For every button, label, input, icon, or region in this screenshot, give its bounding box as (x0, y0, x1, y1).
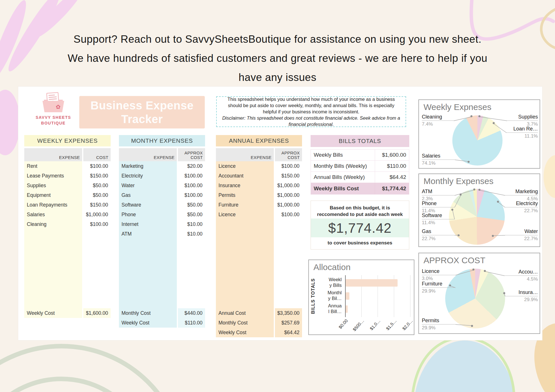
weekly-table-title: WEEKLY EXPENSES (24, 135, 111, 146)
pie-label-loan-repayments: Loan Re…11.1% (507, 126, 538, 139)
pie-label-marketing: Marketing4.5% (505, 188, 538, 202)
support-line-1: Support? Reach out to SavvySheetsBoutiqu… (0, 30, 555, 49)
table-row: Electricity$100.00 (119, 171, 205, 181)
green-arc-decoration (413, 338, 514, 392)
support-banner: Support? Reach out to SavvySheetsBoutiqu… (0, 30, 555, 87)
monthly-expenses-pie-chart: Monthly Expenses ATM2.3% Phone11.4% Soft… (418, 173, 540, 247)
table-row: Accountant$150.00 (216, 171, 302, 181)
cell-cost: $100.00 (83, 161, 111, 171)
total-label: Monthly Cost (216, 318, 274, 328)
support-line-2: We have hundreds of satisfied customers … (0, 49, 555, 68)
total-label: Weekly Cost (119, 318, 177, 328)
bills-label: Weekly Bills Cost (311, 183, 375, 194)
pie-label-furniture: Furniture29.9% (422, 281, 455, 294)
table-row: Gas$100.00 (119, 190, 205, 200)
cell-expense: Gas (119, 190, 177, 200)
recommendation-footer: to cover business expenses (311, 240, 409, 246)
pie-label-phone: Phone11.4% (422, 200, 455, 214)
table-row: Annual Bills (Weekly)$64.42 (311, 172, 409, 183)
pie-label-accountant: Accou…4.5% (505, 269, 538, 282)
bills-value: $1,600.00 (375, 150, 409, 160)
bar-category-label: Weekl y Bills (321, 277, 342, 288)
table-row: Phone$50.00 (119, 210, 205, 219)
recommendation-intro-line2: reccomended to put aside each week (311, 211, 409, 218)
cell-expense: Lease Payments (24, 171, 82, 181)
bills-value: $1,774.42 (375, 183, 409, 194)
weekly-cost-total-row: Weekly Cost$110.00 (119, 318, 205, 328)
weekly-expenses-pie-chart: Weekly Expneses Cleaning7.4% Supplies3.7… (418, 99, 540, 169)
cell-expense: Salaries (24, 210, 82, 219)
column-header-approx-cost: APPROX COST (275, 148, 302, 161)
cell-expense: Licence (216, 161, 274, 171)
table-row: Licence$100.00 (216, 210, 302, 219)
cell-expense: Electricity (119, 171, 177, 181)
flower-icon: ✿ (56, 104, 61, 110)
cell-expense: Rent (24, 161, 82, 171)
table-row: Monthly Bills (Weekly)$110.00 (311, 161, 409, 172)
weekly-cost-total-row: Weekly Cost$64.42 (216, 328, 302, 337)
green-swirl-decoration (0, 346, 184, 392)
table-row: Marketing$20.00 (119, 161, 205, 171)
pie-label-cleaning: Cleaning7.4% (422, 114, 454, 127)
bills-value: $110.00 (375, 161, 409, 172)
pie-label-licence: Licence3.0% (422, 268, 455, 281)
description-disclaimer: Disclaimer: This spreadsheet does not co… (221, 115, 402, 127)
pie-label-supplies: Supplies3.7% (507, 114, 538, 127)
allocation-chart: Allocation BILLS TOTALS Weekl y Bills Mo… (308, 260, 414, 335)
bills-label: Weekly Bills (311, 150, 375, 160)
cell-expense: Internet (119, 219, 177, 229)
column-header-expense: EXPENSE (216, 148, 274, 161)
cell-expense: Insurance (216, 181, 274, 190)
sheet-panel: ✿ SAVVY SHEETS BOUTIQUE Business Expense… (18, 86, 542, 340)
pie-label-water: Water22.7% (505, 228, 538, 242)
table-row: Water$100.00 (119, 181, 205, 190)
gridline (410, 275, 410, 317)
cell-cost: $20.00 (178, 161, 205, 171)
recommendation-intro: Based on this budget, it is reccomended … (311, 205, 409, 218)
cell-expense: Software (119, 200, 177, 210)
logo-text-line1: SAVVY SHEETS (32, 115, 75, 120)
table-row: Cleaning$100.00 (24, 219, 111, 229)
cell-expense: Permits (216, 190, 274, 200)
weekly-cost-total-row: Weekly Cost$1,600.00 (24, 308, 111, 318)
table-row: Licence$100.00 (216, 161, 302, 171)
total-value: $257.69 (275, 318, 302, 328)
cell-expense: Furniture (216, 200, 274, 210)
cell-cost: $150.00 (83, 171, 111, 181)
weekly-table-header: EXPENSE COST (24, 148, 111, 161)
cell-cost: $100.00 (178, 190, 205, 200)
sheet-title-line1: Business Expense (90, 99, 194, 112)
folder-logo-icon: ✿ (40, 91, 66, 113)
monthly-expenses-table: MONTHY EXPENSES EXPENSE APPROX COST Mark… (119, 135, 205, 328)
pie-label-software: Software11.4% (422, 212, 455, 226)
total-value: $64.42 (275, 328, 302, 337)
cell-expense: Equipment (24, 190, 82, 200)
sheet-title: Business Expense Tracker (79, 96, 205, 128)
support-line-3: have any issues (0, 68, 555, 87)
annual-expenses-table: ANNUAL EXPENSES EXPENSE APPROX COST Lice… (216, 135, 302, 337)
sheet-title-line2: Tracker (121, 112, 163, 126)
bar-category-label: Annua l Bill… (321, 303, 342, 314)
pie-label-salaries: Salaries74.1% (422, 153, 455, 166)
total-label: Weekly Cost (24, 308, 82, 318)
annual-cost-total-row: Annual Cost$3,350.00 (216, 308, 302, 318)
table-row: Salaries$1,000.00 (24, 210, 111, 219)
allocation-plot-area (345, 275, 410, 317)
allocation-chart-title: Allocation (313, 262, 351, 272)
bar-annual-bills (346, 305, 348, 313)
cell-cost: $50.00 (83, 181, 111, 190)
cell-cost: $1,000.00 (83, 210, 111, 219)
bills-totals-table: BILLS TOTALS Weekly Bills$1,600.00 Month… (311, 135, 409, 147)
table-row: Software$50.00 (119, 200, 205, 210)
allocation-x-axis-ticks: $0.00 $500… $1,0… $1,5… $2,0… (345, 318, 410, 335)
cell-cost: $100.00 (178, 171, 205, 181)
table-row: Furniture$1,000.00 (216, 200, 302, 210)
bills-label: Monthly Bills (Weekly) (311, 161, 375, 172)
table-row: Loan Repayments$150.00 (24, 200, 111, 210)
bills-totals-rows: Weekly Bills$1,600.00 Monthly Bills (Wee… (311, 149, 409, 195)
table-row: Supplies$50.00 (24, 181, 111, 190)
annual-table-header: EXPENSE APPROX COST (216, 148, 302, 161)
monthly-cost-total-row: Monthly Cost$440.00 (119, 308, 205, 318)
cell-cost: $100.00 (178, 181, 205, 190)
description-text: This spreadsheet helps you understand ho… (221, 96, 402, 115)
